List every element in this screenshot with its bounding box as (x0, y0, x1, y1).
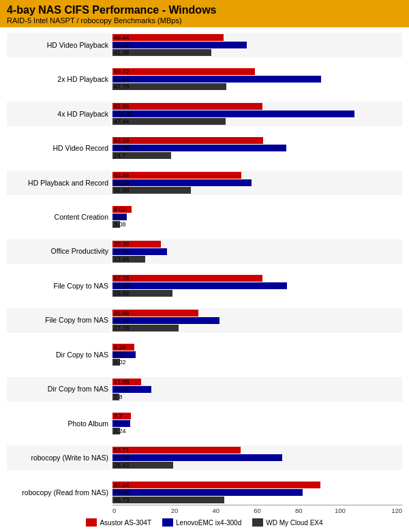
bar-value-label: 7.7 (114, 413, 123, 419)
bar: 2.8 (112, 394, 119, 400)
legend: Asustor AS-304TLenovoEMC ix4-300dWD My C… (7, 514, 402, 529)
legend-color-box (86, 518, 97, 527)
chart-row: File Copy from NAS35.9644.7427.78 (7, 308, 402, 333)
bar-value-label: 6.06 (114, 213, 126, 220)
bar-value-label: 22.94 (114, 248, 130, 255)
bars-group: 62.7873.2825.02 (112, 275, 402, 297)
bar-row: 62.96 (112, 103, 402, 110)
bar-value-label: 58.18 (114, 179, 130, 186)
bar-row: 35.96 (112, 310, 402, 316)
legend-color-box (162, 518, 173, 527)
row-label: HD Video Playback (7, 41, 112, 50)
bar-row: 63.28 (112, 137, 402, 144)
bar-value-label: 41.36 (114, 49, 130, 56)
chart-row: File Copy to NAS62.7873.2825.02 (7, 274, 402, 298)
bar-value-label: 46.73 (114, 497, 130, 503)
chart-header: 4-bay NAS CIFS Performance - Windows RAI… (0, 0, 409, 27)
x-axis-tick: 20 (154, 507, 196, 514)
chart-row: robocopy (Read from NAS)87.0479.6946.73 (7, 480, 402, 505)
bar-value-label: 46.44 (114, 34, 130, 41)
bar: 13.66 (112, 256, 145, 263)
chart-body: HD Video Playback46.4456.2241.362x HD Pl… (0, 27, 409, 532)
bar: 32.88 (112, 187, 191, 194)
bar-value-label: 3.02 (114, 359, 126, 366)
bar: 79.69 (112, 489, 303, 496)
bar-value-label: 62.78 (114, 275, 130, 282)
bar-row: 58.18 (112, 179, 402, 186)
bar-value-label: 8.02 (114, 206, 126, 213)
bar-value-label: 101.32 (114, 110, 133, 117)
bar-row: 79.69 (112, 489, 402, 496)
bar: 53.88 (112, 172, 241, 179)
bar-value-label: 73.28 (114, 282, 130, 289)
legend-label: Asustor AS-304T (100, 519, 151, 527)
bar: 59.72 (112, 68, 255, 75)
x-axis-tick: 0 (112, 507, 154, 514)
x-axis-tick: 120 (361, 507, 402, 514)
row-label: HD Playback and Record (7, 179, 112, 188)
bar-value-label: 3.08 (114, 221, 126, 228)
bar-row: 2.8 (112, 394, 402, 400)
bar-value-label: 59.72 (114, 68, 130, 75)
bar-value-label: 7.3 (114, 420, 123, 427)
bar-value-label: 16.26 (114, 386, 130, 393)
bar: 25.02 (112, 290, 172, 297)
bars-group: 63.2872.9824.7 (112, 137, 402, 159)
chart-row: Content Creation8.026.063.08 (7, 205, 402, 229)
bar: 63.28 (112, 137, 263, 144)
bar-row: 16.26 (112, 386, 402, 393)
bar: 101.32 (112, 110, 354, 117)
bars-group: 20.3822.9413.66 (112, 241, 402, 263)
bar-row: 101.32 (112, 110, 402, 117)
bar-value-label: 20.38 (114, 241, 130, 248)
x-axis: 020406080100120 (112, 505, 402, 514)
bar-value-label: 56.22 (114, 42, 130, 48)
bar-row: 32.88 (112, 187, 402, 194)
bar: 58.18 (112, 179, 252, 186)
bar-row: 56.22 (112, 42, 402, 48)
row-label: Photo Album (7, 419, 112, 428)
bar: 62.78 (112, 275, 262, 282)
bars-group: 35.9644.7427.78 (112, 310, 402, 331)
bar-row: 25.02 (112, 290, 402, 297)
bar: 3.02 (112, 359, 120, 366)
bar-value-label: 71.19 (114, 454, 130, 461)
bar-row: 47.44 (112, 118, 402, 125)
row-label: File Copy from NAS (7, 316, 112, 325)
x-axis-tick: 100 (320, 507, 361, 514)
chart-row: 4x HD Playback62.96101.3247.44 (7, 102, 402, 126)
bar-row: 72.98 (112, 145, 402, 151)
bar: 25.43 (112, 462, 173, 469)
bar-row: 9.26 (112, 344, 402, 351)
bar-row: 3.02 (112, 359, 402, 366)
bar: 3.08 (112, 221, 120, 228)
bar-row: 22.94 (112, 248, 402, 255)
bar: 35.96 (112, 310, 198, 316)
bars-group: 53.7171.1925.43 (112, 447, 402, 469)
bar-value-label: 87.04 (114, 482, 130, 488)
bar: 9.74 (112, 351, 136, 358)
bar-row: 7.3 (112, 420, 402, 427)
bars-group: 59.7287.4447.78 (112, 68, 402, 90)
bar-value-label: 25.02 (114, 290, 130, 297)
bar-value-label: 13.66 (114, 256, 130, 263)
bar-row: 46.73 (112, 497, 402, 503)
bar: 46.73 (112, 497, 224, 503)
bar-value-label: 53.71 (114, 447, 130, 454)
bar-value-label: 32.88 (114, 187, 130, 194)
bar: 71.19 (112, 454, 282, 461)
chart-row: HD Playback and Record53.8858.1832.88 (7, 171, 402, 195)
x-axis-tick: 60 (237, 507, 278, 514)
bar-value-label: 44.74 (114, 317, 130, 324)
bar: 46.44 (112, 34, 224, 41)
bar: 9.26 (112, 344, 134, 351)
bar: 44.74 (112, 317, 219, 324)
bar-value-label: 63.28 (114, 137, 130, 144)
bars-group: 46.4456.2241.36 (112, 34, 402, 56)
bar: 3.24 (112, 428, 120, 434)
bar-value-label: 3.24 (114, 428, 126, 434)
bar-value-label: 53.88 (114, 172, 130, 179)
bar: 53.71 (112, 447, 241, 454)
bars-group: 7.77.33.24 (112, 413, 402, 434)
bar-row: 20.38 (112, 241, 402, 248)
